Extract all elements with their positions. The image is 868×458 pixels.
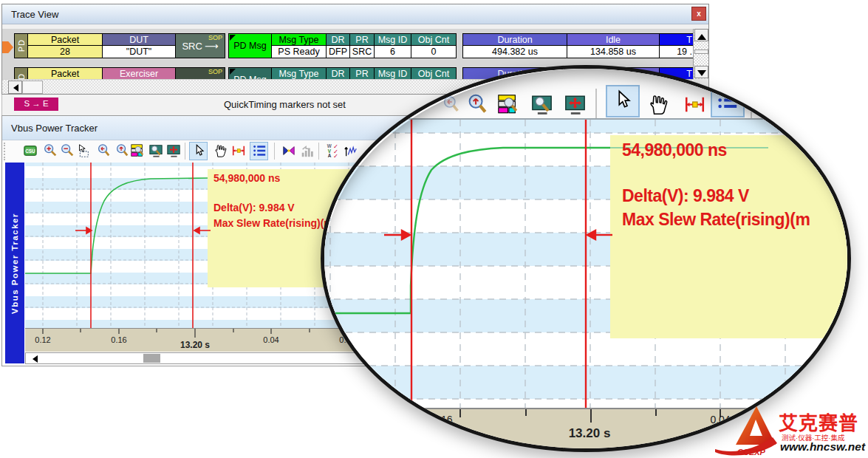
axis-label: 0.04 [263, 335, 278, 344]
lane-cell: PD [14, 33, 28, 58]
sop-label: SOP [208, 34, 222, 41]
obj-cnt-cell[interactable]: Obj Cnt [411, 67, 457, 79]
axis-label: 0.12 [35, 335, 50, 344]
select-cursor-button[interactable] [189, 142, 208, 160]
duration-cell[interactable]: Duration 494.382 us [462, 33, 567, 58]
toolbar-separator [274, 143, 275, 160]
logo-url: www.hncsw.net [780, 440, 865, 454]
dr-cell[interactable]: DR [326, 67, 350, 79]
scroll-down-button[interactable] [694, 66, 708, 78]
zoom-next-icon [465, 93, 488, 116]
dr-cell[interactable]: DR DFP [326, 33, 350, 58]
vbus-side-label: Vbus Power Tracker [5, 163, 24, 363]
quicktiming-message: QuickTiming markers not set [224, 99, 346, 110]
sop-label: SOP [208, 68, 222, 75]
table-row[interactable]: PD Packet 28 DUT "DUT" SOP SRC⟶ PD Msg M… [14, 33, 694, 58]
accexp-logo-mark: CCEXP [715, 405, 786, 458]
center-view-icon [564, 93, 587, 116]
device-cell[interactable]: Exerciser [102, 67, 176, 79]
arrow-right-icon: ⟶ [205, 41, 219, 52]
select-cursor-icon [611, 89, 634, 112]
time-cell[interactable]: T 19 . [659, 33, 694, 58]
toolbar-separator [751, 89, 752, 118]
pan-hand-icon[interactable] [213, 143, 228, 158]
trace-view-title: Trace View [11, 9, 58, 20]
msg-type-cell[interactable]: Msg Type [271, 67, 327, 79]
view-settings-icon [530, 93, 553, 116]
direction-cell[interactable]: SOP SNK [175, 67, 225, 79]
axis-label: 0.16 [432, 414, 452, 425]
axis-cursor-label: 13.20 s [569, 426, 611, 441]
trace-vscrollbar[interactable] [693, 29, 708, 79]
current-packet-marker [2, 41, 13, 53]
axis-label: 0.16 [111, 335, 126, 344]
select-cursor-icon [191, 143, 206, 158]
verify-checks-icon[interactable] [326, 143, 341, 158]
color-map-icon[interactable] [130, 143, 145, 158]
magnifier-lens: 54,980,000 ns Delta(V): 9.984 V Max Slew… [321, 65, 851, 452]
color-map-icon [496, 93, 519, 116]
select-cursor-button [606, 85, 640, 117]
zoom-in-icon[interactable] [43, 143, 58, 158]
screenshot-root: Trace View x PD Packet 28 DUT "DUT" SOP … [0, 0, 868, 458]
pr-cell[interactable]: PR SRC [349, 33, 375, 58]
toolbar-separator [595, 89, 597, 118]
lens-chart: 54,980,000 ns Delta(V): 9.984 V Max Slew… [322, 120, 851, 408]
scroll-left-arrow[interactable] [29, 355, 38, 363]
scroll-thumb[interactable] [694, 49, 708, 54]
packet-cell[interactable]: Packet [27, 67, 103, 79]
zoom-previous-icon[interactable] [96, 143, 111, 158]
msg-id-cell[interactable]: Msg ID [374, 67, 411, 79]
zoom-out-icon[interactable] [60, 143, 75, 158]
toolbar-separator [318, 143, 319, 160]
axis-cursor-label: 13.20 s [180, 340, 210, 350]
accexp-badge-text: CCEXP [737, 448, 766, 457]
close-button[interactable]: x [691, 7, 706, 21]
toolbar-separator [185, 143, 185, 160]
scroll-thumb[interactable] [143, 354, 160, 363]
scroll-left-button[interactable] [8, 81, 22, 94]
lane-cell: PD [14, 67, 28, 79]
vbus-title: Vbus Power Tracker [11, 123, 98, 134]
zoom-previous-icon [441, 93, 460, 116]
csu-report-icon[interactable] [23, 143, 38, 158]
list-view-button[interactable] [250, 142, 268, 160]
pd-msg-badge[interactable]: PD Msg [228, 33, 272, 58]
pd-msg-badge[interactable]: PD Msg [228, 67, 272, 79]
view-settings-icon[interactable] [148, 143, 163, 158]
msg-id-cell[interactable]: Msg ID 6 [374, 33, 411, 58]
idle-cell[interactable]: Idle 134.858 us [567, 33, 660, 58]
scroll-up-button[interactable] [694, 29, 708, 41]
waveform-icon[interactable] [344, 143, 358, 158]
timing-marker-icon[interactable] [231, 143, 246, 158]
msg-type-cell[interactable]: Msg Type PS Ready [271, 33, 327, 58]
scroll-thumb[interactable] [22, 81, 43, 94]
obj-cnt-cell[interactable]: Obj Cnt 0 [411, 33, 457, 58]
pr-cell[interactable]: PR [349, 67, 375, 79]
s-to-e-marker-button[interactable]: S → E [14, 98, 58, 111]
pan-hand-icon [646, 93, 669, 116]
zoom-next-icon[interactable] [115, 143, 129, 158]
direction-cell[interactable]: SOP SRC⟶ [175, 33, 225, 58]
statistics-icon[interactable] [300, 143, 315, 158]
timing-marker-icon [683, 93, 706, 116]
trace-view-titlebar[interactable]: Trace View [2, 4, 708, 24]
packet-cell[interactable]: Packet 28 [27, 33, 103, 58]
list-view-icon [716, 89, 739, 112]
accexp-logo: CCEXP 艾克赛普 测试·仪器·工控·集成 www.hncsw.net [715, 403, 868, 458]
center-view-icon[interactable] [166, 143, 181, 158]
zoom-region-icon[interactable] [76, 143, 91, 158]
list-view-icon [252, 143, 267, 158]
device-cell[interactable]: DUT "DUT" [102, 33, 176, 58]
collapse-icon[interactable] [281, 143, 296, 158]
lens-overlay [322, 120, 850, 408]
logo-brand: 艾克赛普 [779, 408, 858, 435]
list-view-button [711, 85, 745, 117]
toolbar-grip[interactable] [4, 143, 6, 160]
